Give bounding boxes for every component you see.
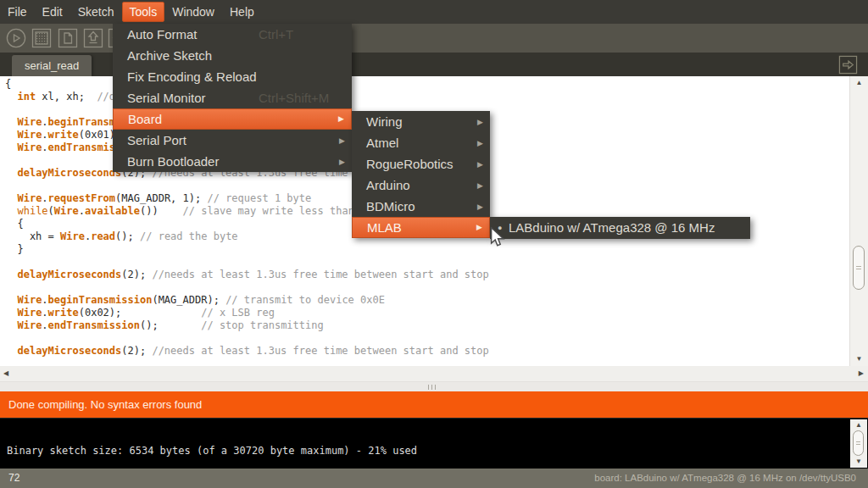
menu-item-label: BDMicro — [366, 199, 415, 214]
tab-serial-read[interactable]: serial_read — [12, 55, 92, 76]
menu-item-label: Archive Sketch — [127, 48, 212, 63]
upload-button-icon[interactable] — [83, 28, 103, 48]
tab-menu-button-icon[interactable] — [838, 55, 858, 75]
scroll-down-icon[interactable]: ▼ — [850, 458, 867, 466]
menu-item-burn-bootloader[interactable]: Burn Bootloader▶ — [113, 151, 352, 172]
menu-item-label: Board — [128, 112, 162, 126]
console-message: Binary sketch size: 6534 bytes (of a 307… — [7, 445, 417, 457]
menu-item-serial-port[interactable]: Serial Port▶ — [113, 130, 352, 151]
menu-item-auto-format[interactable]: Auto FormatCtrl+T — [113, 24, 352, 45]
code-line — [5, 332, 854, 345]
verify-button-icon[interactable] — [6, 28, 26, 48]
submenu-arrow-icon: ▶ — [477, 197, 483, 218]
menu-tools[interactable]: Tools — [122, 2, 165, 22]
splitter-handle-icon[interactable] — [428, 385, 438, 390]
menu-item-label: Atmel — [366, 136, 398, 150]
code-line: } — [5, 243, 854, 256]
menu-item-label: RogueRobotics — [366, 157, 453, 171]
menu-file[interactable]: File — [0, 2, 35, 22]
board-port-indicator: board: LABduino w/ ATmega328 @ 16 MHz on… — [594, 469, 856, 488]
code-line: Wire.endTransmission(); // stop transmit… — [5, 319, 854, 332]
menu-item-label: Serial Monitor — [127, 91, 206, 105]
scroll-left-icon[interactable]: ◀ — [3, 369, 8, 377]
menu-item-bdmicro[interactable]: BDMicro▶ — [352, 196, 490, 217]
submenu-arrow-icon: ▶ — [476, 218, 482, 237]
scroll-up-icon[interactable]: ▲ — [850, 79, 868, 87]
board-submenu: Wiring▶Atmel▶RogueRobotics▶Arduino▶BDMic… — [352, 111, 490, 238]
scrollbar-thumb[interactable] — [853, 246, 865, 290]
menu-help[interactable]: Help — [222, 2, 262, 22]
stop-button-icon[interactable] — [31, 28, 52, 48]
menu-item-label: Serial Port — [127, 133, 186, 147]
line-number-indicator: 72 — [8, 469, 19, 488]
menu-shortcut: Ctrl+T — [259, 24, 293, 45]
mlab-submenu: ●LABduino w/ ATmega328 @ 16 MHz — [490, 217, 750, 239]
submenu-arrow-icon: ▶ — [339, 152, 345, 173]
menu-item-fix-encoding-reload[interactable]: Fix Encoding & Reload — [113, 66, 352, 87]
bottom-statusbar: 72 board: LABduino w/ ATmega328 @ 16 MHz… — [0, 469, 868, 488]
menu-item-wiring[interactable]: Wiring▶ — [352, 111, 490, 132]
submenu-arrow-icon: ▶ — [477, 112, 483, 133]
editor-vertical-scrollbar[interactable]: ▲ ▼ — [849, 76, 868, 366]
menu-item-mlab[interactable]: MLAB▶ — [352, 217, 490, 238]
menu-item-arduino[interactable]: Arduino▶ — [352, 175, 490, 196]
console-scrollbar[interactable]: ▲ ▼ — [850, 419, 867, 468]
code-line — [5, 256, 854, 269]
menu-shortcut: Ctrl+Shift+M — [259, 87, 329, 108]
menu-item-serial-monitor[interactable]: Serial MonitorCtrl+Shift+M — [113, 87, 352, 108]
menu-item-label: Wiring — [366, 114, 403, 129]
code-line — [5, 281, 854, 294]
scroll-up-icon[interactable]: ▲ — [850, 421, 867, 430]
menu-sketch[interactable]: Sketch — [70, 2, 122, 22]
menubar: FileEditSketchToolsWindowHelp — [0, 0, 868, 24]
menu-window[interactable]: Window — [164, 2, 222, 22]
submenu-arrow-icon: ▶ — [477, 133, 483, 154]
new-sketch-button-icon[interactable] — [58, 28, 78, 48]
submenu-arrow-icon: ▶ — [477, 154, 483, 175]
menu-edit[interactable]: Edit — [35, 2, 70, 22]
code-line: Wire.write(0x02); // x LSB reg — [5, 307, 854, 319]
menu-item-archive-sketch[interactable]: Archive Sketch — [113, 45, 352, 66]
scrollbar-thumb[interactable] — [853, 430, 864, 456]
menu-item-label: LABduino w/ ATmega328 @ 16 MHz — [509, 220, 715, 235]
editor-horizontal-scrollbar[interactable]: ◀ ▶ — [0, 366, 868, 381]
code-line: delayMicroseconds(2); //needs at least 1… — [5, 269, 854, 281]
menu-item-label: Arduino — [366, 178, 410, 192]
submenu-arrow-icon: ▶ — [339, 130, 345, 152]
scroll-down-icon[interactable]: ▼ — [850, 355, 868, 363]
menu-item-label: Burn Bootloader — [127, 154, 219, 169]
menu-item-atmel[interactable]: Atmel▶ — [352, 132, 490, 153]
menu-item-label: Auto Format — [127, 27, 198, 42]
menu-item-label: MLAB — [367, 220, 402, 235]
submenu-arrow-icon: ▶ — [338, 109, 344, 129]
code-line: Wire.beginTransmission(MAG_ADDR); // tra… — [5, 294, 854, 307]
menu-item-board[interactable]: Board▶ — [113, 108, 352, 130]
compile-status-bar: Done compiling. No syntax errors found — [0, 391, 868, 418]
console-output: Binary sketch size: 6534 bytes (of a 307… — [0, 418, 868, 469]
code-line: delayMicroseconds(2); //needs at least 1… — [5, 345, 854, 358]
menu-item-label: Fix Encoding & Reload — [127, 69, 257, 84]
menu-item-roguerobotics[interactable]: RogueRobotics▶ — [352, 153, 490, 175]
scroll-right-icon[interactable]: ▶ — [859, 369, 864, 377]
tools-menu: Auto FormatCtrl+TArchive SketchFix Encod… — [113, 24, 352, 172]
submenu-arrow-icon: ▶ — [477, 175, 483, 197]
mouse-cursor — [490, 227, 505, 248]
menu-item-labduino-w-atmega328-16-mhz[interactable]: ●LABduino w/ ATmega328 @ 16 MHz — [490, 217, 750, 239]
